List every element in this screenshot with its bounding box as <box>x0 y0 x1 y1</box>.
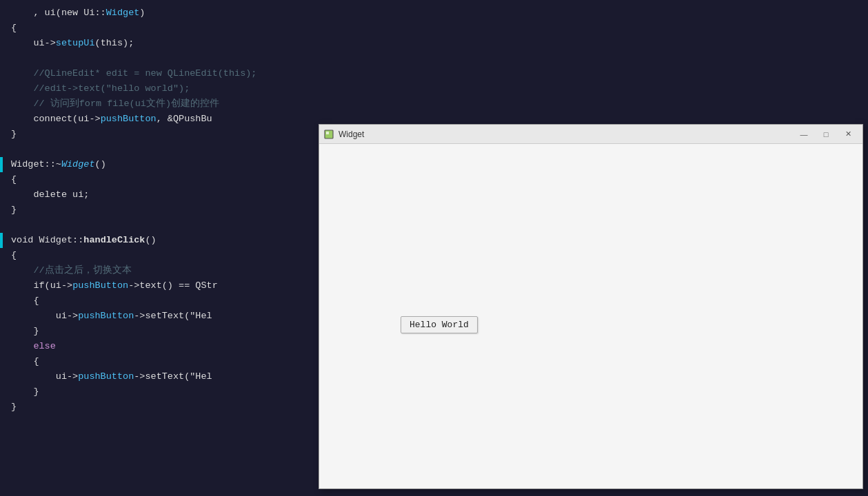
svg-rect-1 <box>326 132 329 134</box>
code-line <box>0 51 868 66</box>
qt-window-controls: — □ ✕ <box>794 127 858 141</box>
close-button[interactable]: ✕ <box>838 127 858 141</box>
qt-title-text: Widget <box>339 130 794 139</box>
minimize-button[interactable]: — <box>794 127 814 141</box>
hello-world-button[interactable]: Hello World <box>401 316 478 333</box>
qt-content: Hello World <box>319 144 862 488</box>
code-line: { <box>0 21 868 36</box>
code-line: , ui(new Ui::Widget) <box>0 6 868 21</box>
code-line: //edit->text("hello world"); <box>0 81 868 96</box>
code-line: // 访问到form file(ui文件)创建的控件 <box>0 96 868 112</box>
code-line: ui->setupUi(this); <box>0 36 868 51</box>
qt-window: Widget — □ ✕ Hello World <box>319 124 863 489</box>
qt-titlebar: Widget — □ ✕ <box>319 125 862 144</box>
widget-icon <box>323 129 334 140</box>
maximize-button[interactable]: □ <box>816 127 836 141</box>
code-line: //QLineEdit* edit = new QLineEdit(this); <box>0 66 868 81</box>
